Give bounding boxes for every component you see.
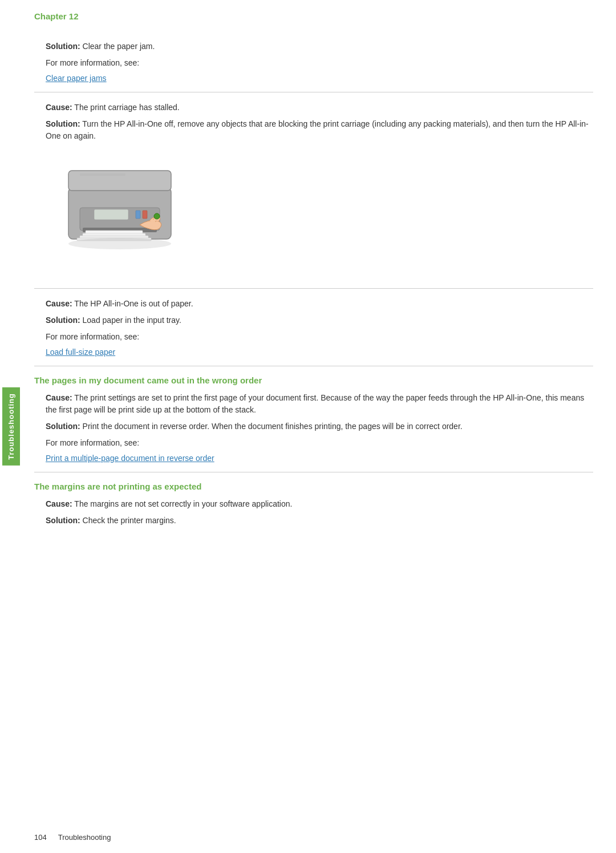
more-info-label-wo: For more information, see: (46, 438, 139, 447)
cause-label-3: Cause: (46, 299, 72, 308)
paper-jam-section: Solution: Clear the paper jam. For more … (34, 31, 593, 92)
cause-text-3: The HP All-in-One is out of paper. (74, 299, 193, 308)
svg-rect-9 (94, 209, 128, 220)
solution-text-wo: Print the document in reverse order. Whe… (83, 422, 463, 431)
printer-illustration (51, 153, 194, 268)
cause-para-margins: Cause: The margins are not set correctly… (46, 498, 593, 510)
cause-text-margins: The margins are not set correctly in you… (74, 499, 292, 508)
margins-section: The margins are not printing as expected… (34, 472, 593, 540)
printer-svg (51, 153, 188, 262)
solution-para-margins: Solution: Check the printer margins. (46, 515, 593, 527)
cause-text-wo: The print settings are set to print the … (46, 393, 584, 414)
solution-para-wo: Solution: Print the document in reverse … (46, 421, 593, 432)
margins-heading: The margins are not printing as expected (34, 482, 593, 491)
solution-para-3: Solution: Load paper in the input tray. (46, 314, 593, 326)
cause-para-2: Cause: The print carriage has stalled. (46, 102, 593, 114)
solution-label-margins: Solution: (46, 516, 80, 525)
solution-para-2: Solution: Turn the HP All-in-One off, re… (46, 118, 593, 142)
solution-label-1: Solution: (46, 42, 80, 51)
solution-label-2: Solution: (46, 119, 80, 128)
clear-paper-jams-link[interactable]: Clear paper jams (46, 74, 107, 83)
solution-text-1: Clear the paper jam. (83, 42, 155, 51)
solution-label-3: Solution: (46, 316, 80, 325)
more-info-label-1: For more information, see: (46, 58, 139, 67)
page-footer: 104 Troubleshooting (34, 833, 593, 842)
cause-text-2: The print carriage has stalled. (74, 103, 179, 112)
more-info-3: For more information, see: (46, 331, 593, 343)
svg-rect-11 (143, 211, 147, 219)
footer-title: Troubleshooting (58, 833, 111, 842)
cause-label-2: Cause: (46, 103, 72, 112)
page-wrapper: Troubleshooting Chapter 12 Solution: Cle… (0, 0, 616, 853)
cause-para-wo: Cause: The print settings are set to pri… (46, 392, 593, 416)
svg-rect-12 (80, 173, 125, 176)
sidebar-label: Troubleshooting (2, 387, 20, 466)
load-full-size-paper-link[interactable]: Load full-size paper (46, 347, 115, 357)
carriage-stall-section: Cause: The print carriage has stalled. S… (34, 92, 593, 289)
solution-text-3: Load paper in the input tray. (83, 316, 181, 325)
cause-para-3: Cause: The HP All-in-One is out of paper… (46, 298, 593, 310)
wrong-order-section: The pages in my document came out in the… (34, 366, 593, 472)
svg-point-8 (154, 213, 160, 219)
out-of-paper-section: Cause: The HP All-in-One is out of paper… (34, 289, 593, 366)
link-container-1: Clear paper jams (46, 74, 593, 83)
footer-page-number: 104 (34, 833, 47, 842)
more-info-1: For more information, see: (46, 57, 593, 69)
chapter-heading: Chapter 12 (34, 11, 593, 21)
link-container-3: Load full-size paper (46, 347, 593, 357)
reverse-order-link[interactable]: Print a multiple-page document in revers… (46, 454, 214, 463)
solution-label-wo: Solution: (46, 422, 80, 431)
more-info-wo: For more information, see: (46, 437, 593, 449)
svg-point-13 (68, 238, 171, 249)
wrong-order-heading: The pages in my document came out in the… (34, 375, 593, 385)
cause-label-margins: Cause: (46, 499, 72, 508)
link-container-wo: Print a multiple-page document in revers… (46, 454, 593, 463)
more-info-label-3: For more information, see: (46, 332, 139, 341)
sidebar-tab: Troubleshooting (0, 0, 22, 853)
solution-para-1: Solution: Clear the paper jam. (46, 41, 593, 52)
main-content: Chapter 12 Solution: Clear the paper jam… (34, 0, 593, 853)
cause-label-wo: Cause: (46, 393, 72, 402)
solution-text-margins: Check the printer margins. (83, 516, 176, 525)
svg-rect-10 (136, 211, 140, 219)
solution-text-2: Turn the HP All-in-One off, remove any o… (46, 119, 589, 140)
